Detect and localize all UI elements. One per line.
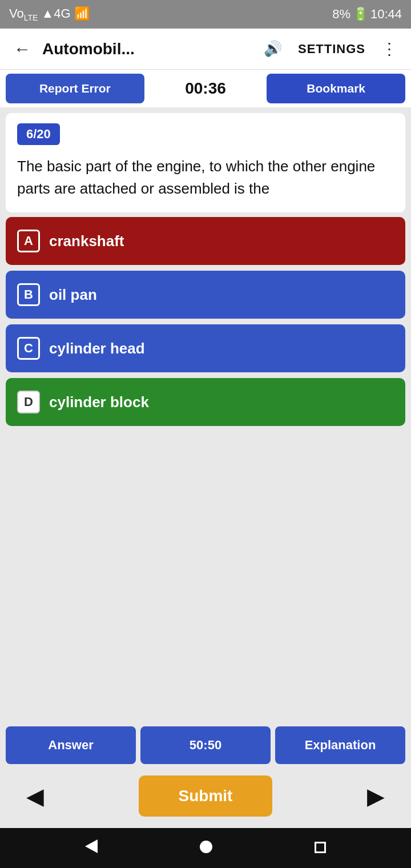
explanation-button[interactable]: Explanation xyxy=(275,726,405,764)
back-triangle-icon xyxy=(85,839,98,853)
bookmark-button[interactable]: Bookmark xyxy=(267,74,405,103)
action-row: Report Error 00:36 Bookmark xyxy=(0,70,411,107)
recents-square-icon xyxy=(315,842,326,853)
question-text: The basic part of the engine, to which t… xyxy=(17,155,394,200)
sys-back-button[interactable] xyxy=(85,839,98,857)
settings-button[interactable]: SETTINGS xyxy=(293,37,370,61)
status-bar: VoLTE ▲4G 📶 8% 🔋 10:44 xyxy=(0,0,411,29)
bottom-actions: Answer 50:50 Explanation xyxy=(0,721,411,770)
sys-home-button[interactable] xyxy=(200,839,212,857)
option-c-label: C xyxy=(17,337,40,360)
submit-button[interactable]: Submit xyxy=(139,775,273,817)
battery-text: 8% xyxy=(332,7,350,22)
signal-icon: VoLTE ▲4G 📶 xyxy=(9,6,90,22)
question-card: 6/20 The basic part of the engine, to wh… xyxy=(6,113,405,212)
timer-display: 00:36 xyxy=(149,79,263,98)
home-circle-icon xyxy=(200,841,212,853)
app-bar: ← Automobil... 🔊 SETTINGS ⋮ xyxy=(0,29,411,70)
system-nav-bar xyxy=(0,828,411,868)
sys-recents-button[interactable] xyxy=(315,839,326,857)
option-c-text: cylinder head xyxy=(49,340,145,357)
option-a-text: crankshaft xyxy=(49,232,124,250)
option-c-button[interactable]: C cylinder head xyxy=(6,324,405,372)
answer-button[interactable]: Answer xyxy=(6,726,136,764)
question-badge: 6/20 xyxy=(17,123,60,145)
previous-button[interactable]: ◀ xyxy=(17,778,53,814)
option-b-text: oil pan xyxy=(49,286,97,304)
nav-row: ◀ Submit ▶ xyxy=(0,770,411,828)
app-title: Automobil... xyxy=(42,40,252,58)
back-button[interactable]: ← xyxy=(9,35,35,63)
time-display: 10:44 xyxy=(370,7,402,22)
option-a-label: A xyxy=(17,230,40,252)
report-error-button[interactable]: Report Error xyxy=(6,74,144,103)
more-options-icon[interactable]: ⋮ xyxy=(377,35,402,63)
status-right: 8% 🔋 10:44 xyxy=(332,7,402,22)
option-d-text: cylinder block xyxy=(49,393,149,411)
options-container: A crankshaft B oil pan C cylinder head D… xyxy=(0,217,411,426)
battery-icon: 🔋 xyxy=(353,7,368,22)
option-b-label: B xyxy=(17,283,40,306)
next-button[interactable]: ▶ xyxy=(358,778,394,814)
sound-icon[interactable]: 🔊 xyxy=(259,35,287,62)
spacer xyxy=(0,432,411,721)
option-b-button[interactable]: B oil pan xyxy=(6,271,405,319)
option-d-button[interactable]: D cylinder block xyxy=(6,378,405,426)
status-left: VoLTE ▲4G 📶 xyxy=(9,6,90,22)
fifty-fifty-button[interactable]: 50:50 xyxy=(140,726,271,764)
option-a-button[interactable]: A crankshaft xyxy=(6,217,405,265)
option-d-label: D xyxy=(17,391,40,413)
